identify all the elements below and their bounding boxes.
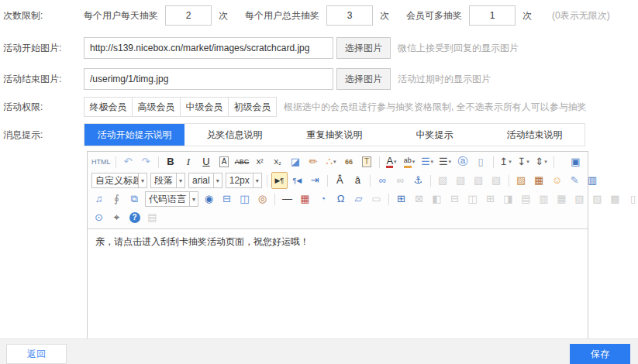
link-icon[interactable]: ∞ [374,172,391,189]
fullscreen-icon[interactable]: ▣ [567,153,584,170]
table-title-icon[interactable]: ◧ [429,191,445,208]
insert-row-icon[interactable]: ⊟ [447,191,463,208]
image-right-icon[interactable]: ▧ [488,172,505,189]
forecolor-icon[interactable]: A▾ [384,153,400,170]
strikethrough-icon[interactable]: ABC [234,153,250,170]
formatmatch-icon[interactable]: ✏ [305,153,322,170]
daily-limit-input[interactable] [165,5,212,26]
autotypeset-icon[interactable]: ∴▾ [323,153,340,170]
tab-repeat-draw-note[interactable]: 重复抽奖说明 [285,124,385,146]
snapscreen-icon[interactable]: ◎ [254,191,271,208]
rowspacing-top-icon[interactable]: ↥▾ [498,153,514,170]
superscript-icon[interactable]: X² [252,153,268,170]
insert-frame-icon[interactable]: ◫ [236,191,253,208]
insert-table-icon[interactable]: ⊞ [393,191,409,208]
ordered-list-icon[interactable]: ☰▾ [419,153,436,170]
member-option-ultimate[interactable]: 终极会员 [84,97,133,117]
start-image-pick-button[interactable]: 选择图片 [336,37,391,59]
direction-rtl-icon[interactable]: ¶◀ [289,172,305,189]
image-manager-icon[interactable]: ▦ [531,172,547,189]
insert-video-icon[interactable]: ▥ [585,172,601,189]
end-image-input[interactable] [84,68,333,90]
image-center-icon[interactable]: ▧ [471,172,487,189]
image-left-icon[interactable]: ▧ [453,172,469,189]
fontborder-icon[interactable]: A [216,153,233,170]
edit-form-icon[interactable]: ▱ [350,191,367,208]
bold-icon[interactable]: B [163,153,179,170]
member-extra-limit-group: 会员可多抽奖 次 [406,5,532,26]
insert-music-icon[interactable]: ♫ [91,191,107,208]
insert-time-icon[interactable]: ◔ [315,191,331,208]
delete-row-icon[interactable]: ⊞ [482,191,498,208]
split-cols-icon[interactable]: ▨ [589,191,605,208]
preview-icon[interactable]: ⊙ [91,209,107,226]
tab-win-prompt[interactable]: 中奖提示 [385,124,485,146]
search-replace-icon[interactable]: ⌖ [109,209,125,226]
to-lowercase-icon[interactable]: â [350,172,366,189]
tab-redeem-info-note[interactable]: 兑奖信息说明 [185,124,285,146]
background-icon[interactable]: ▭ [368,191,385,208]
to-uppercase-icon[interactable]: Â [332,172,348,189]
member-extra-limit-input[interactable] [469,5,516,26]
subscript-icon[interactable]: X₂ [270,153,286,170]
delete-col-icon[interactable]: ◨ [500,191,516,208]
pagebreak-icon[interactable]: ⊟ [219,191,235,208]
italic-icon[interactable]: I [181,153,197,170]
insert-col-icon[interactable]: ◫ [464,191,481,208]
font-family-select[interactable]: arial▾ [188,173,222,188]
tab-activity-start-note[interactable]: 活动开始提示说明 [84,124,185,146]
end-image-pick-button[interactable]: 选择图片 [336,68,391,90]
direction-ltr-icon[interactable]: ▶¶ [271,172,288,189]
split-cells-icon[interactable]: ▩ [607,191,623,208]
anchor-icon[interactable]: ⓐ [455,153,471,170]
backcolor-icon[interactable]: ab▾ [402,153,418,170]
toolbar-separator [116,156,116,168]
unlink-icon[interactable]: ∞ [392,172,409,189]
cleardoc-icon[interactable]: ▯ [473,153,489,170]
member-option-junior[interactable]: 初级会员 [228,97,277,117]
member-option-middle[interactable]: 中级会员 [180,97,229,117]
back-button[interactable]: 返回 [6,344,67,364]
paste-icon[interactable]: ▤ [144,209,160,226]
rowspacing-bottom-icon[interactable]: ↧▾ [516,153,532,170]
delete-table-icon[interactable]: ⊠ [411,191,427,208]
help-icon[interactable]: ? [126,209,143,226]
image-none-icon[interactable]: ▧ [435,172,451,189]
custom-style-select[interactable]: 自定义标题▾ [91,173,147,188]
total-limit-input[interactable] [326,5,373,26]
special-chars-icon[interactable]: Ω [333,191,349,208]
insert-anchor-icon[interactable]: ⚓ [410,172,426,189]
undo-icon[interactable]: ↶ [120,153,136,170]
table-doc-icon[interactable]: ▯ [625,191,638,208]
start-image-input[interactable] [84,37,333,59]
emotion-icon[interactable]: ☺ [549,172,565,189]
line-height-icon[interactable]: ⇕▾ [533,153,550,170]
source-icon[interactable]: HTML [91,153,112,170]
blockquote-icon[interactable]: 66 [341,153,357,170]
editor-content[interactable]: 亲，请点击进入刮刮卡抽奖活动页面，祝您好运哦！ [88,229,588,349]
merge-cells-icon[interactable]: ▤ [518,191,534,208]
pasteplain-icon[interactable]: T [359,153,375,170]
indent-icon[interactable]: ⇥ [307,172,323,189]
underline-icon[interactable]: U [198,153,215,170]
insert-page-icon[interactable]: ⧉ [126,191,143,208]
split-rows-icon[interactable]: ▧ [571,191,588,208]
paragraph-select[interactable]: 段落▾ [150,173,185,188]
insert-date-icon[interactable]: ▦ [297,191,313,208]
end-image-hint: 活动过期时的显示图片 [398,73,491,86]
member-option-senior[interactable]: 高级会员 [132,97,181,117]
code-language-select[interactable]: 代码语言▾ [145,191,198,207]
unordered-list-icon[interactable]: ☰▾ [437,153,453,170]
attachment-icon[interactable]: ∮ [109,191,125,208]
tab-activity-end-note[interactable]: 活动结束说明 [485,124,585,146]
map-icon[interactable]: ◉ [201,191,217,208]
horizontal-rule-icon[interactable]: — [279,191,295,208]
merge-down-icon[interactable]: ▦ [554,191,570,208]
font-size-select[interactable]: 12px▾ [226,173,262,188]
removeformat-icon[interactable]: ◪ [288,153,304,170]
merge-right-icon[interactable]: ▥ [536,191,552,208]
redo-icon[interactable]: ↷ [138,153,154,170]
scrawl-icon[interactable]: ✎ [567,172,583,189]
save-button[interactable]: 保存 [570,344,630,364]
insert-image-icon[interactable]: ▨ [513,172,529,189]
